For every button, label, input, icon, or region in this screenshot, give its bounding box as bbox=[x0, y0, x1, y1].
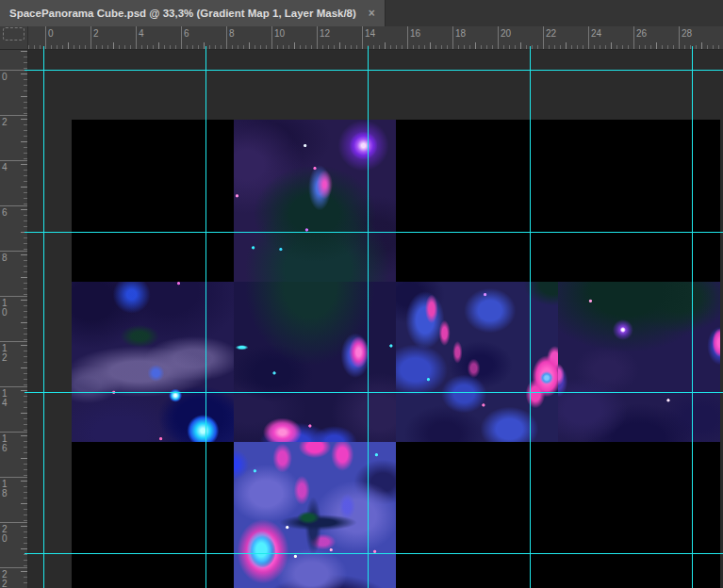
ruler-label: 20 bbox=[2, 525, 9, 543]
ruler-label: 4 bbox=[2, 163, 9, 172]
ruler-label: 20 bbox=[501, 28, 511, 39]
ruler-left[interactable]: 0246810121416182022 bbox=[0, 49, 28, 588]
ruler-label: 18 bbox=[2, 480, 9, 498]
guide-horizontal[interactable] bbox=[25, 392, 723, 393]
guide-vertical[interactable] bbox=[530, 46, 531, 588]
face-right bbox=[396, 282, 558, 442]
ruler-label: 2 bbox=[93, 28, 99, 39]
document-canvas[interactable] bbox=[72, 120, 720, 588]
guide-vertical[interactable] bbox=[692, 46, 693, 588]
ruler-label: 8 bbox=[2, 253, 9, 263]
face-back bbox=[558, 282, 720, 442]
face-top bbox=[234, 120, 396, 282]
ruler-corner[interactable] bbox=[0, 26, 28, 50]
guide-vertical[interactable] bbox=[205, 46, 206, 588]
ruler-label: 24 bbox=[591, 28, 601, 39]
ruler-label: 6 bbox=[184, 28, 189, 39]
ruler-label: 12 bbox=[2, 344, 9, 362]
ruler-label: 2 bbox=[2, 118, 9, 127]
ruler-label: 10 bbox=[2, 299, 9, 317]
ruler-label: 16 bbox=[2, 434, 9, 452]
ruler-label: 16 bbox=[410, 28, 420, 39]
guide-vertical[interactable] bbox=[368, 46, 369, 588]
ruler-label: 22 bbox=[546, 28, 556, 39]
guide-horizontal[interactable] bbox=[25, 232, 723, 233]
ruler-label: 28 bbox=[682, 28, 692, 39]
face-bottom bbox=[234, 442, 396, 588]
ruler-label: 12 bbox=[320, 28, 330, 39]
guide-horizontal[interactable] bbox=[25, 553, 723, 554]
ruler-label: 0 bbox=[48, 28, 54, 39]
face-left bbox=[72, 282, 234, 442]
tab-title: SpacePanorama Cube.psd @ 33,3% (Gradient… bbox=[9, 8, 356, 19]
canvas-viewport[interactable] bbox=[28, 50, 723, 588]
ruler-label: 0 bbox=[2, 73, 9, 82]
ruler-label: 14 bbox=[365, 28, 375, 39]
ruler-label: 22 bbox=[2, 570, 9, 588]
ruler-label: 26 bbox=[636, 28, 647, 39]
guide-vertical[interactable] bbox=[43, 46, 44, 588]
guide-horizontal[interactable] bbox=[25, 70, 723, 71]
ruler-label: 14 bbox=[2, 389, 9, 407]
ruler-label: 6 bbox=[2, 208, 9, 218]
ruler-origin-icon bbox=[3, 27, 25, 41]
face-front bbox=[234, 282, 396, 442]
tab-bar: SpacePanorama Cube.psd @ 33,3% (Gradient… bbox=[0, 0, 723, 26]
ruler-label: 4 bbox=[139, 28, 144, 39]
ruler-label: 18 bbox=[455, 28, 466, 39]
ruler-top[interactable]: 0246810121416182022242628 bbox=[0, 26, 723, 50]
document-tab[interactable]: SpacePanorama Cube.psd @ 33,3% (Gradient… bbox=[0, 0, 386, 26]
ruler-label: 8 bbox=[229, 28, 235, 39]
tab-close-icon[interactable]: × bbox=[369, 8, 375, 19]
ruler-label: 10 bbox=[274, 28, 285, 39]
